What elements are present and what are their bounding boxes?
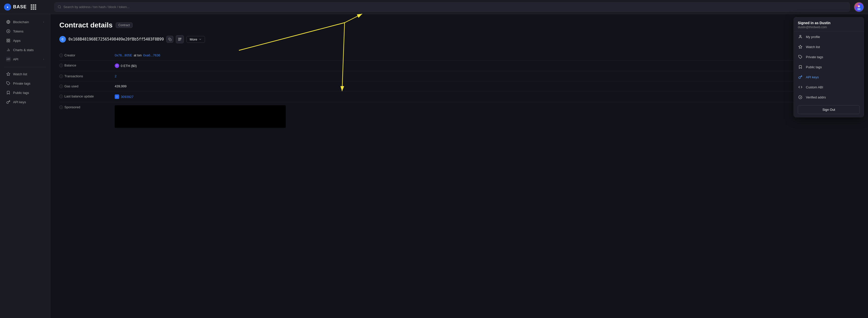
tag-icon xyxy=(6,81,10,86)
check-icon xyxy=(798,95,803,100)
star-icon xyxy=(798,44,803,49)
address-row: C 0x168B481968E72565498409e20fBb5ff5403F… xyxy=(59,35,859,43)
signed-in-label: Signed in as Dustin xyxy=(798,21,860,25)
user-email: dustin@thirdweb.com xyxy=(798,25,860,29)
info-icon: i xyxy=(59,106,63,109)
copy-button[interactable] xyxy=(166,36,173,43)
sidebar-item-charts[interactable]: Charts & stats xyxy=(2,45,48,54)
bookmark-icon xyxy=(798,64,803,69)
table-row: i Gas used 439,999 xyxy=(59,81,859,91)
svg-rect-9 xyxy=(8,41,10,42)
page-title: Contract details xyxy=(59,21,113,29)
dropdown-item-label: Public tags xyxy=(806,65,822,69)
api-icon: API xyxy=(6,57,10,61)
info-icon: i xyxy=(59,95,63,98)
svg-rect-7 xyxy=(8,39,10,40)
info-icon: i xyxy=(59,54,63,57)
code-icon xyxy=(798,85,803,90)
block-number-link[interactable]: 3093927 xyxy=(121,95,133,99)
search-bar[interactable] xyxy=(54,2,850,12)
svg-point-3 xyxy=(857,8,861,10)
dropdown-item-watch-list[interactable]: Watch list xyxy=(794,42,864,52)
contract-badge: Contract xyxy=(116,22,132,28)
details-table: i Creator 0x76...805E at txn 0xa6...7636… xyxy=(59,50,859,131)
tokens-icon xyxy=(6,29,10,33)
field-label-gas: i Gas used xyxy=(59,84,115,88)
sidebar-item-api[interactable]: API API › xyxy=(2,55,48,64)
info-icon: i xyxy=(59,85,63,88)
layout: Blockchain › Tokens Apps Charts & st xyxy=(0,14,868,318)
eth-icon: T xyxy=(115,63,119,68)
field-label-sponsored: i Sponsored xyxy=(59,105,115,109)
dropdown-item-label: Watch list xyxy=(806,45,820,49)
dropdown-item-label: Verified addrs xyxy=(806,95,826,99)
field-value-transactions: 2 xyxy=(115,74,859,78)
field-label-transactions: i Transactions xyxy=(59,74,115,78)
dropdown-footer: Sign Out xyxy=(794,102,864,117)
logo-icon: ● xyxy=(4,3,11,10)
dropdown-item-api-keys[interactable]: API keys xyxy=(794,72,864,82)
svg-point-2 xyxy=(858,5,860,7)
signout-button[interactable]: Sign Out xyxy=(798,105,860,114)
dropdown-item-label: Private tags xyxy=(806,55,823,59)
sidebar-item-label: API keys xyxy=(13,100,26,104)
sidebar: Blockchain › Tokens Apps Charts & st xyxy=(0,14,50,318)
svg-rect-12 xyxy=(169,39,171,40)
charts-icon xyxy=(6,48,10,52)
search-input[interactable] xyxy=(63,5,847,9)
logo-area: ● BASE xyxy=(4,3,54,10)
svg-rect-16 xyxy=(179,38,179,39)
dropdown-item-private-tags[interactable]: Private tags xyxy=(794,52,864,62)
main-content: Contract details Contract C 0x168B481968… xyxy=(50,14,868,318)
grid-icon[interactable] xyxy=(31,4,36,10)
field-value-sponsored xyxy=(115,105,859,128)
transactions-link[interactable]: 2 xyxy=(115,74,117,78)
creator-txn-link[interactable]: 0xa6...7636 xyxy=(143,53,160,57)
key-icon xyxy=(6,100,10,104)
sidebar-item-label: Apps xyxy=(13,39,21,42)
field-label-last-balance: i Last balance update xyxy=(59,94,115,98)
apps-icon xyxy=(6,38,10,43)
sidebar-item-public-tags[interactable]: Public tags xyxy=(2,88,48,97)
field-value-balance: T 0 ETH ($0) xyxy=(115,63,859,68)
sidebar-item-api-keys[interactable]: API keys xyxy=(2,97,48,107)
dropdown-item-verified-addrs[interactable]: Verified addrs xyxy=(794,92,864,102)
svg-point-19 xyxy=(800,35,801,36)
avatar[interactable] xyxy=(854,2,864,12)
globe-icon xyxy=(6,20,10,24)
svg-marker-10 xyxy=(6,72,10,76)
sidebar-item-label: Charts & stats xyxy=(13,48,34,52)
creator-address-link[interactable]: 0x76...805E xyxy=(115,53,132,57)
sidebar-item-tokens[interactable]: Tokens xyxy=(2,27,48,36)
dropdown-item-custom-abi[interactable]: Custom ABI xyxy=(794,82,864,92)
dropdown-header: Signed in as Dustin dustin@thirdweb.com xyxy=(794,18,864,32)
star-icon xyxy=(6,72,10,76)
dropdown-item-my-profile[interactable]: My profile xyxy=(794,32,864,42)
sidebar-item-label: Watch list xyxy=(13,72,27,76)
sponsored-ad xyxy=(115,105,286,128)
qr-button[interactable] xyxy=(176,35,184,43)
search-icon xyxy=(58,5,61,9)
table-row: i Creator 0x76...805E at txn 0xa6...7636 xyxy=(59,50,859,60)
svg-marker-20 xyxy=(799,45,802,48)
field-value-last-balance: ⬡ 3093927 xyxy=(115,94,859,99)
sidebar-item-blockchain[interactable]: Blockchain › xyxy=(2,18,48,26)
sidebar-item-label: Private tags xyxy=(13,82,30,85)
logo-text: BASE xyxy=(13,4,27,9)
info-icon: i xyxy=(59,75,63,78)
sidebar-item-label: Tokens xyxy=(13,29,23,33)
sidebar-bottom-section: Watch list Private tags Public tags API … xyxy=(0,69,50,107)
tag-icon xyxy=(798,54,803,59)
sidebar-item-label: Public tags xyxy=(13,91,29,95)
page-header: Contract details Contract xyxy=(59,21,859,29)
table-row: i Transactions 2 xyxy=(59,71,859,81)
table-row: i Last balance update ⬡ 3093927 xyxy=(59,91,859,102)
address-value: 0x168B481968E72565498409e20fBb5ff5403F8B… xyxy=(68,37,164,41)
field-value-creator: 0x76...805E at txn 0xa6...7636 xyxy=(115,53,859,57)
sidebar-item-apps[interactable]: Apps xyxy=(2,36,48,45)
sidebar-item-private-tags[interactable]: Private tags xyxy=(2,79,48,88)
more-button[interactable]: More xyxy=(186,36,205,43)
table-row: i Sponsored xyxy=(59,102,859,131)
sidebar-item-watchlist[interactable]: Watch list xyxy=(2,69,48,79)
dropdown-item-public-tags[interactable]: Public tags xyxy=(794,62,864,72)
